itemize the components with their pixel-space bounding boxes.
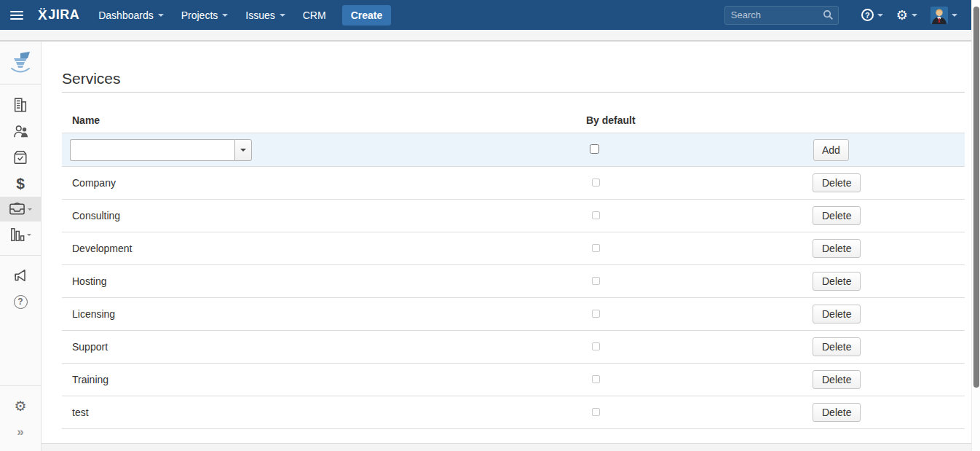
service-name-combo <box>70 139 586 161</box>
help-icon: ? <box>14 295 28 309</box>
gear-icon: ⚙ <box>14 398 26 415</box>
chevron-down-icon <box>28 208 32 211</box>
jira-logo-icon: Ẍ <box>38 7 47 23</box>
gear-icon: ⚙ <box>896 9 908 22</box>
by-default-checkbox[interactable] <box>592 342 600 350</box>
by-default-checkbox[interactable] <box>592 277 600 285</box>
sidebar-item-companies[interactable] <box>0 92 41 118</box>
service-name: Consulting <box>62 210 586 221</box>
chevron-down-icon <box>280 14 285 17</box>
user-avatar <box>930 7 948 24</box>
delete-button[interactable]: Delete <box>813 370 861 389</box>
table-row: Licensing Delete <box>62 298 965 331</box>
help-icon: ? <box>861 9 874 21</box>
delete-button[interactable]: Delete <box>813 305 861 323</box>
vertical-scrollbar-track[interactable] <box>971 0 980 451</box>
search-input[interactable] <box>724 6 839 25</box>
browser-viewport: Ẍ JIRA Dashboards Projects Issues CRM Cr… <box>0 0 980 451</box>
sidebar-item-settings[interactable]: ⚙ <box>0 393 41 419</box>
megaphone-icon <box>12 267 29 283</box>
sidebar-item-announcements[interactable] <box>0 262 41 289</box>
sidebar-item-products[interactable] <box>0 144 41 170</box>
building-icon <box>12 97 28 113</box>
main-content: Services Name By default <box>42 42 971 451</box>
dollar-icon: $ <box>16 175 25 192</box>
jira-logo[interactable]: Ẍ JIRA <box>38 7 79 23</box>
delete-button[interactable]: Delete <box>813 206 861 225</box>
delete-button[interactable]: Delete <box>813 272 861 291</box>
combo-dropdown-button[interactable] <box>234 139 252 161</box>
delete-button[interactable]: Delete <box>813 403 861 422</box>
help-menu[interactable]: ? <box>855 9 890 21</box>
sidebar-item-reports[interactable] <box>0 221 41 248</box>
sidebar-divider <box>0 385 41 386</box>
user-profile-menu[interactable] <box>924 7 964 24</box>
footer-strip <box>42 443 971 451</box>
chevron-down-icon <box>912 14 917 17</box>
by-default-checkbox[interactable] <box>592 310 600 318</box>
people-icon <box>12 123 29 139</box>
service-name: Training <box>62 374 586 385</box>
nav-crm[interactable]: CRM <box>294 0 335 30</box>
add-button[interactable]: Add <box>813 139 849 161</box>
sidebar-item-deals-selected[interactable] <box>0 197 41 221</box>
by-default-checkbox[interactable] <box>592 408 600 416</box>
table-header: Name By default <box>62 93 965 133</box>
table-row: Consulting Delete <box>62 200 965 232</box>
sidebar-item-contacts[interactable] <box>0 118 41 144</box>
add-service-row: Add <box>62 133 965 167</box>
service-name: Licensing <box>62 308 586 320</box>
delete-button[interactable]: Delete <box>813 337 861 356</box>
nav-issues[interactable]: Issues <box>237 0 293 30</box>
bar-chart-icon <box>10 227 25 243</box>
delete-button[interactable]: Delete <box>813 173 861 192</box>
app-window: Ẍ JIRA Dashboards Projects Issues CRM Cr… <box>0 0 971 451</box>
by-default-checkbox[interactable] <box>592 211 600 219</box>
chevron-down-icon <box>27 234 31 236</box>
search-icon[interactable] <box>823 9 834 20</box>
by-default-checkbox[interactable] <box>592 244 600 252</box>
top-navbar: Ẍ JIRA Dashboards Projects Issues CRM Cr… <box>0 0 971 30</box>
table-row: Development Delete <box>62 232 965 265</box>
vertical-scrollbar-thumb[interactable] <box>973 7 979 388</box>
by-default-checkbox-new[interactable] <box>590 144 599 154</box>
search-box <box>724 6 839 25</box>
nav-dashboards[interactable]: Dashboards <box>90 0 173 30</box>
table-row: Company Delete <box>62 167 965 200</box>
column-header-by-default: By default <box>586 114 812 126</box>
chevron-down-icon <box>158 14 164 17</box>
crm-sidebar: $ <box>0 42 42 451</box>
expand-chevrons-icon: » <box>17 425 23 439</box>
sidebar-item-help[interactable]: ? <box>0 289 41 315</box>
crm-app-logo[interactable] <box>0 42 41 85</box>
admin-settings-menu[interactable]: ⚙ <box>890 9 924 22</box>
page-title: Services <box>62 69 965 87</box>
sidebar-item-transactions[interactable]: $ <box>0 170 41 197</box>
delete-button[interactable]: Delete <box>813 239 861 258</box>
archive-drawer-icon <box>9 202 25 216</box>
chevron-down-icon <box>240 149 246 152</box>
table-row: Hosting Delete <box>62 265 965 298</box>
services-table-body: Company Delete Consulting Delete <box>62 167 965 429</box>
table-row: Support Delete <box>62 331 965 364</box>
chevron-down-icon <box>952 14 957 17</box>
service-name: test <box>62 407 586 418</box>
box-check-icon <box>12 149 28 165</box>
service-name: Company <box>62 177 586 189</box>
service-name: Development <box>62 243 586 254</box>
by-default-checkbox[interactable] <box>592 375 600 383</box>
hamburger-icon[interactable] <box>0 11 33 20</box>
chevron-down-icon <box>877 14 883 17</box>
jira-logo-text: JIRA <box>48 7 79 23</box>
service-name: Support <box>62 341 586 353</box>
table-row: Training Delete <box>62 364 965 396</box>
sidebar-expand[interactable]: » <box>0 419 41 445</box>
column-header-name: Name <box>62 114 586 126</box>
create-button[interactable]: Create <box>342 5 392 26</box>
sidebar-divider <box>0 255 41 256</box>
service-name-input[interactable] <box>70 139 234 161</box>
table-row: test Delete <box>62 396 965 429</box>
nav-projects[interactable]: Projects <box>173 0 237 30</box>
chevron-down-icon <box>222 14 228 17</box>
by-default-checkbox[interactable] <box>592 179 600 187</box>
